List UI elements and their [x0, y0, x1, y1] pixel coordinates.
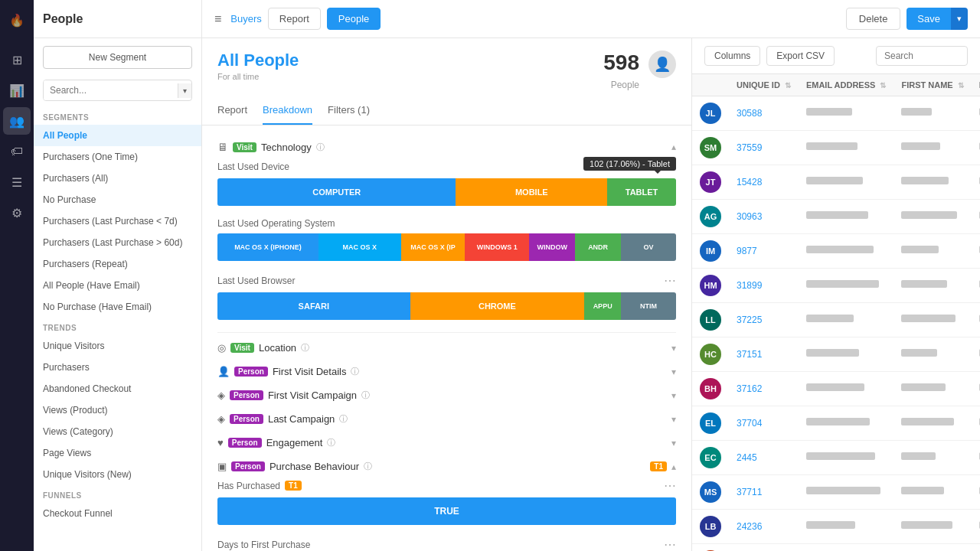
row-avatar: HM — [692, 269, 729, 303]
table-row[interactable]: SM 37559 an hour ago 9 days — [692, 131, 980, 165]
table-row[interactable]: JL 30588 18 minutes ago a mont — [692, 96, 980, 131]
sidebar-item-page-views[interactable]: Page Views — [34, 442, 201, 464]
tab-report[interactable]: Report — [217, 96, 247, 125]
table-row[interactable]: EL 37704 2 hours ago a day a — [692, 406, 980, 441]
has-purchased-more-icon[interactable]: ⋯ — [664, 478, 676, 493]
search-dropdown-arrow[interactable]: ▾ — [178, 83, 191, 98]
tab-filters[interactable]: Filters (1) — [328, 96, 370, 125]
sidebar-item-purchasers-all[interactable]: Purchasers (All) — [34, 168, 201, 189]
sidebar-item-purchasers-last-60d[interactable]: Purchasers (Last Purchase > 60d) — [34, 232, 201, 253]
location-info-icon[interactable]: ⓘ — [301, 342, 309, 354]
technology-info-icon[interactable]: ⓘ — [316, 142, 325, 153]
table-row[interactable]: IM 9877 an hour ago 6 days — [692, 234, 980, 269]
table-row[interactable]: JT 15428 an hour ago a mont — [692, 165, 980, 200]
export-csv-button[interactable]: Export CSV — [766, 46, 835, 66]
sidebar-item-views-product[interactable]: Views (Product) — [34, 399, 201, 421]
buyers-breadcrumb[interactable]: Buyers — [230, 13, 261, 24]
days-to-first-purchase: Days to First Purchase ⋯ 0 1 2 3 4 67 25 — [217, 537, 676, 551]
purchase-behaviour-header[interactable]: ▣ Person Purchase Behaviour ⓘ T1 ▴ — [217, 455, 676, 478]
purchase-behaviour-left: ▣ Person Purchase Behaviour ⓘ — [217, 461, 372, 472]
th-first-name[interactable]: FIRST NAME ⇅ — [893, 74, 971, 96]
email-sort-icon: ⇅ — [880, 81, 886, 90]
menu-icon[interactable]: ≡ — [214, 12, 221, 26]
tag-icon[interactable]: 🏷 — [3, 138, 31, 165]
sidebar-item-checkout-funnel[interactable]: Checkout Funnel — [34, 503, 201, 524]
table-row[interactable]: EC 2445 3 hours ago 5 hours — [692, 441, 980, 475]
row-avatar: LB — [692, 510, 729, 544]
report-tab-btn[interactable]: Report — [268, 8, 321, 30]
location-section-header[interactable]: ◎ Visit Location ⓘ ▾ — [217, 336, 676, 360]
table-row[interactable]: AG 30963 an hour ago 7 days — [692, 200, 980, 234]
sidebar-item-purchasers-last-7d[interactable]: Purchasers (Last Purchase < 7d) — [34, 210, 201, 232]
location-visit-badge: Visit — [230, 343, 254, 353]
sidebar-item-no-purchase-have-email[interactable]: No Purchase (Have Email) — [34, 296, 201, 318]
last-campaign-header[interactable]: ◈ Person Last Campaign ⓘ ▾ — [217, 407, 676, 431]
first-visit-details-header[interactable]: 👤 Person First Visit Details ⓘ ▾ — [217, 360, 676, 383]
table-row[interactable]: LB 24236 3 hours ago 9 days — [692, 510, 980, 544]
chart-icon[interactable]: 📊 — [3, 77, 31, 104]
days-more-icon[interactable]: ⋯ — [664, 537, 676, 551]
sidebar-item-no-purchase[interactable]: No Purchase — [34, 189, 201, 210]
row-last-name — [972, 337, 980, 372]
row-uid: 37225 — [729, 303, 799, 337]
th-last-name[interactable]: LAST NAME ⇅ — [972, 74, 980, 96]
table-row[interactable]: MS 37711 3 hours ago 15 days — [692, 475, 980, 510]
last-campaign-person-badge: Person — [230, 414, 263, 424]
tab-breakdown[interactable]: Breakdown — [263, 96, 312, 125]
delete-button[interactable]: Delete — [846, 8, 901, 30]
purchase-info-icon[interactable]: ⓘ — [364, 461, 372, 472]
row-first-name — [893, 372, 971, 406]
new-segment-button[interactable]: New Segment — [43, 46, 192, 69]
sidebar-item-purchasers-repeat[interactable]: Purchasers (Repeat) — [34, 253, 201, 275]
location-collapse-icon[interactable]: ▾ — [671, 343, 676, 354]
settings-icon[interactable]: ⚙ — [3, 199, 31, 227]
table-row[interactable]: BH 37162 2 hours ago a mont — [692, 372, 980, 406]
sidebar-item-views-category[interactable]: Views (Category) — [34, 421, 201, 442]
row-email — [799, 475, 894, 510]
logo-icon[interactable]: 🔥 — [3, 6, 31, 34]
location-icon: ◎ — [217, 342, 226, 354]
table-row[interactable]: LL 37225 2 hours ago a mont — [692, 303, 980, 337]
last-campaign-collapse-icon[interactable]: ▾ — [671, 414, 676, 425]
row-avatar: IR — [692, 544, 729, 552]
table-row[interactable]: HC 37151 2 hours ago a mont — [692, 337, 980, 372]
first-campaign-info-icon[interactable]: ⓘ — [361, 390, 370, 401]
sidebar-item-abandoned-checkout[interactable]: Abandoned Checkout — [34, 378, 201, 399]
location-label: Location — [259, 342, 296, 354]
sidebar-item-all-people[interactable]: All People — [34, 125, 201, 146]
save-button[interactable]: Save — [906, 8, 951, 30]
list-icon[interactable]: ☰ — [3, 168, 31, 196]
table-row[interactable]: IR 19163 4 hours ago 4 hours — [692, 544, 980, 552]
sidebar-item-all-people-have-email[interactable]: All People (Have Email) — [34, 275, 201, 296]
technology-collapse-icon[interactable]: ▴ — [671, 142, 676, 152]
people-icon[interactable]: 👥 — [3, 107, 31, 135]
browser-bar-chart: SAFARI CHROME APPU NTIM — [217, 292, 676, 320]
search-input[interactable] — [44, 80, 178, 100]
row-email — [799, 510, 894, 544]
table-row[interactable]: HM 31899 an hour ago a mont — [692, 269, 980, 303]
sidebar-item-unique-visitors-new[interactable]: Unique Visitors (New) — [34, 464, 201, 485]
first-visit-campaign-header[interactable]: ◈ Person First Visit Campaign ⓘ ▾ — [217, 383, 676, 407]
columns-button[interactable]: Columns — [704, 46, 760, 66]
engagement-info-icon[interactable]: ⓘ — [327, 437, 335, 448]
sidebar-item-purchasers[interactable]: Purchasers — [34, 357, 201, 378]
technology-section-header[interactable]: 🖥 Visit Technology ⓘ ▴ — [217, 135, 676, 159]
save-dropdown-button[interactable]: ▾ — [951, 8, 968, 30]
sidebar-item-unique-visitors[interactable]: Unique Visitors — [34, 335, 201, 357]
first-visit-info-icon[interactable]: ⓘ — [351, 366, 359, 377]
browser-more-icon[interactable]: ⋯ — [664, 273, 676, 288]
sidebar-item-purchasers-one-time[interactable]: Purchasers (One Time) — [34, 146, 201, 168]
first-campaign-label: First Visit Campaign — [268, 390, 357, 401]
first-visit-collapse-icon[interactable]: ▾ — [671, 367, 676, 377]
first-campaign-collapse-icon[interactable]: ▾ — [671, 390, 676, 401]
engagement-header[interactable]: ♥ Person Engagement ⓘ ▾ — [217, 431, 676, 455]
row-email — [799, 372, 894, 406]
grid-icon[interactable]: ⊞ — [3, 46, 31, 73]
purchase-collapse-icon[interactable]: ▴ — [671, 461, 676, 472]
table-search-input[interactable] — [876, 46, 968, 66]
people-tab-btn[interactable]: People — [327, 8, 381, 30]
engagement-collapse-icon[interactable]: ▾ — [671, 438, 676, 448]
th-unique-id[interactable]: UNIQUE ID ⇅ — [729, 74, 799, 96]
th-email[interactable]: EMAIL ADDRESS ⇅ — [799, 74, 894, 96]
last-campaign-info-icon[interactable]: ⓘ — [339, 413, 348, 425]
